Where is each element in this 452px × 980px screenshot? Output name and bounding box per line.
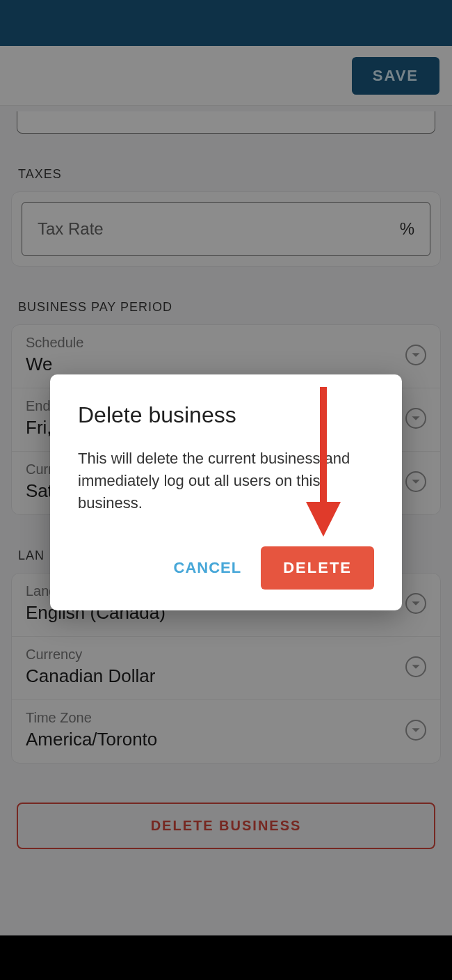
dialog-body: This will delete the current business an… (78, 448, 374, 514)
cancel-button[interactable]: CANCEL (174, 559, 242, 577)
dialog-title: Delete business (78, 402, 374, 428)
modal-overlay[interactable]: Delete business This will delete the cur… (0, 0, 452, 980)
delete-business-dialog: Delete business This will delete the cur… (50, 374, 402, 610)
confirm-delete-button[interactable]: DELETE (261, 546, 374, 590)
dialog-actions: CANCEL DELETE (78, 546, 374, 590)
